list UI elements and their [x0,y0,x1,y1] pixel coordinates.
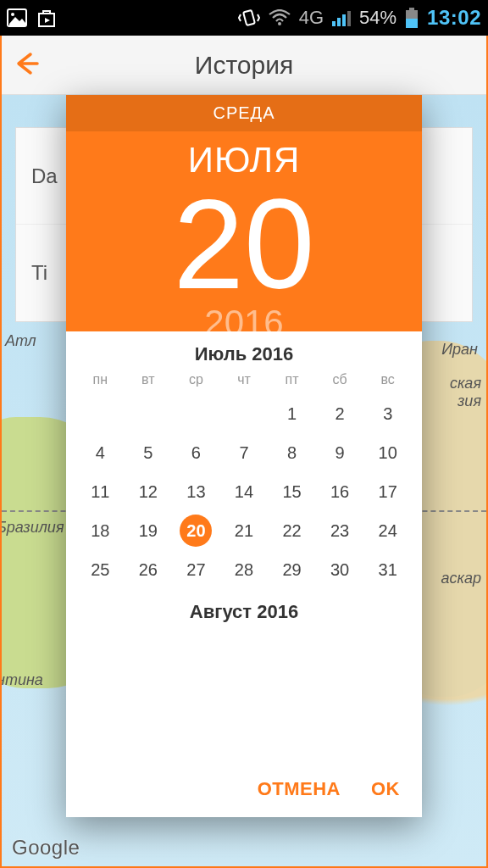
page-title: История [195,51,293,80]
day-cell[interactable]: 3 [363,394,412,433]
back-button[interactable] [12,49,41,81]
calendar-week: 18 19 20 21 22 23 24 [76,511,412,550]
app-header: История [2,36,486,95]
battery-icon [405,8,419,28]
day-cell[interactable]: 24 [363,511,412,550]
day-cell[interactable]: 17 [363,472,412,511]
day-cell[interactable]: 1 [268,394,316,433]
day-cell[interactable]: 23 [316,511,364,550]
day-cell[interactable]: 6 [172,433,220,472]
day-cell[interactable]: 5 [125,433,173,472]
day-cell[interactable]: 31 [363,550,412,589]
statusbar: 4G 54% 13:02 [0,0,488,36]
dow-cell: пт [268,372,316,387]
day-cell[interactable]: 21 [220,511,269,550]
day-cell[interactable] [125,394,173,433]
cancel-button[interactable]: ОТМЕНА [258,778,341,800]
day-cell[interactable]: 28 [220,550,269,589]
svg-rect-8 [409,8,414,10]
day-cell[interactable]: 11 [76,472,125,511]
day-cell[interactable]: 14 [220,472,269,511]
day-cell[interactable]: 2 [316,394,364,433]
signal-icon [332,9,351,26]
svg-rect-5 [337,18,341,26]
calendar-grid[interactable]: Июль 2016 пн вт ср чт пт сб вс 1 2 3 4 5… [66,331,422,763]
day-cell[interactable]: 8 [268,433,316,472]
date-picker-dialog: СРЕДА ИЮЛЯ 20 2016 Июль 2016 пн вт ср чт… [66,95,422,817]
network-label: 4G [299,7,324,29]
calendar-month-title: Июль 2016 [76,343,412,365]
day-cell[interactable] [172,394,220,433]
map-label: ская зия [450,375,481,410]
form-label-date: Da [16,164,58,188]
day-cell[interactable]: 12 [125,472,173,511]
picture-icon [7,8,27,27]
day-cell[interactable] [220,394,269,433]
calendar-dow-row: пн вт ср чт пт сб вс [76,372,412,387]
svg-rect-10 [406,19,418,28]
play-store-icon [36,8,58,28]
day-cell[interactable]: 9 [316,433,364,472]
map-label: аскар [441,570,481,587]
dow-cell: вс [363,372,412,387]
svg-rect-7 [347,11,351,26]
dialog-header[interactable]: ИЮЛЯ 20 2016 [66,131,422,331]
day-cell[interactable]: 25 [76,550,125,589]
svg-point-3 [278,22,281,25]
dialog-weekday: СРЕДА [66,95,422,131]
svg-rect-6 [342,14,346,26]
day-cell[interactable]: 27 [172,550,220,589]
day-cell[interactable]: 10 [363,433,412,472]
day-cell[interactable]: 15 [268,472,316,511]
dow-cell: вт [125,372,173,387]
wifi-icon [269,9,291,26]
day-cell-selected[interactable]: 20 [172,511,220,550]
day-cell[interactable]: 16 [316,472,364,511]
svg-rect-2 [243,10,255,25]
dow-cell: пн [76,372,125,387]
day-cell[interactable] [76,394,125,433]
vibrate-icon [238,8,260,27]
day-cell[interactable]: 18 [76,511,125,550]
calendar-week: 4 5 6 7 8 9 10 [76,433,412,472]
day-cell[interactable]: 29 [268,550,316,589]
dow-cell: ср [172,372,220,387]
svg-point-1 [11,13,14,16]
battery-pct: 54% [359,7,396,29]
day-cell[interactable]: 19 [125,511,173,550]
day-cell[interactable]: 22 [268,511,316,550]
calendar-week: 1 2 3 [76,394,412,433]
day-cell[interactable]: 26 [125,550,173,589]
day-cell[interactable]: 13 [172,472,220,511]
map-label: Иран [441,341,478,359]
map-label: Бразилия [2,519,64,537]
svg-rect-4 [332,21,336,26]
google-logo: Google [12,836,80,860]
form-label-time: Ti [16,261,47,285]
day-cell[interactable]: 4 [76,433,125,472]
map-label: Атл [5,332,36,350]
calendar-next-month-title: Август 2016 [76,601,412,623]
dow-cell: чт [220,372,269,387]
calendar-week: 11 12 13 14 15 16 17 [76,472,412,511]
day-cell[interactable]: 7 [220,433,269,472]
dow-cell: сб [316,372,364,387]
dialog-day: 20 [66,181,422,308]
dialog-actions: ОТМЕНА OK [66,763,422,817]
map-label: нтина [2,671,43,689]
ok-button[interactable]: OK [371,778,400,800]
day-cell[interactable]: 30 [316,550,364,589]
clock: 13:02 [427,6,481,30]
calendar-week: 25 26 27 28 29 30 31 [76,550,412,589]
